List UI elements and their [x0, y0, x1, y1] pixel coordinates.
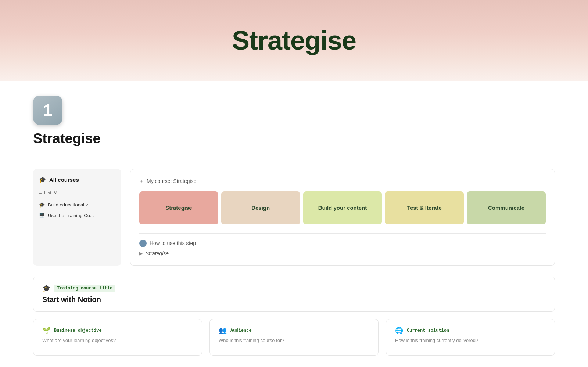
- tab-test[interactable]: Test & Iterate: [385, 191, 464, 224]
- divider: [33, 158, 555, 158]
- section-header: 1 Strategise: [33, 96, 555, 147]
- tab-design-label: Design: [251, 204, 270, 212]
- solution-icon: 🌐: [395, 327, 403, 335]
- tab-communicate-label: Communicate: [488, 204, 524, 212]
- list-label: List: [44, 190, 51, 195]
- bottom-card-business: 🌱 Business objective What are your learn…: [33, 319, 202, 356]
- number-icon: 1: [33, 96, 62, 125]
- main-panel: ⊞ My course: Strategise Strategise Desig…: [130, 169, 555, 266]
- bottom-card-solution-header: 🌐 Current solution: [395, 327, 546, 335]
- breadcrumb: ⊞ My course: Strategise: [139, 178, 546, 184]
- sidebar-header: 🎓 All courses: [39, 176, 115, 183]
- solution-text: How is this training currently delivered…: [395, 338, 546, 343]
- sidebar-item-label-2: Use the Training Co...: [48, 213, 94, 218]
- info-header: i How to use this step: [139, 240, 546, 247]
- course-card-icon: 🎓: [42, 284, 50, 292]
- chevron-down-icon: ∨: [54, 190, 57, 195]
- course-card-header: 🎓 Training course title: [42, 284, 546, 292]
- graduation-icon: 🎓: [39, 176, 46, 183]
- info-header-text: How to use this step: [150, 240, 196, 246]
- sidebar-item-icon-2: 🖥️: [39, 213, 45, 218]
- bottom-card-audience: 👥 Audience Who is this training course f…: [209, 319, 379, 356]
- course-label: Training course title: [54, 285, 115, 292]
- page-content: 1 Strategise 🎓 All courses ≡ List ∨ 🎓 Bu…: [0, 81, 588, 367]
- audience-icon: 👥: [219, 327, 227, 335]
- section-title: Strategise: [33, 131, 555, 147]
- bottom-cards: 🌱 Business objective What are your learn…: [33, 319, 555, 356]
- business-icon: 🌱: [42, 327, 50, 335]
- bottom-card-business-header: 🌱 Business objective: [42, 327, 193, 335]
- audience-text: Who is this training course for?: [219, 338, 369, 343]
- info-toggle-label: Strategise: [146, 251, 169, 256]
- business-text: What are your learning objectives?: [42, 338, 193, 343]
- sidebar-item-label-1: Build educational v...: [48, 202, 92, 208]
- tab-strategise[interactable]: Strategise: [139, 191, 218, 224]
- sidebar-item-1[interactable]: 🎓 Build educational v...: [39, 201, 115, 209]
- info-icon: i: [139, 240, 147, 247]
- sidebar-title: All courses: [49, 177, 79, 183]
- sidebar-item-icon-1: 🎓: [39, 202, 45, 208]
- business-label: Business objective: [54, 328, 102, 333]
- course-title: Start with Notion: [42, 295, 546, 304]
- main-layout: 🎓 All courses ≡ List ∨ 🎓 Build education…: [33, 169, 555, 266]
- chevron-right-icon: ▶: [139, 251, 143, 256]
- tab-cards: Strategise Design Build your content Tes…: [139, 191, 546, 224]
- tab-build[interactable]: Build your content: [303, 191, 382, 224]
- info-section: i How to use this step ▶ Strategise: [139, 233, 546, 256]
- breadcrumb-text: My course: Strategise: [147, 178, 196, 184]
- solution-label: Current solution: [407, 328, 449, 333]
- bottom-card-solution: 🌐 Current solution How is this training …: [386, 319, 555, 356]
- list-icon: ≡: [39, 190, 42, 195]
- tab-design[interactable]: Design: [221, 191, 300, 224]
- tab-build-label: Build your content: [318, 204, 367, 212]
- hero-title: Strategise: [232, 25, 356, 55]
- info-toggle[interactable]: ▶ Strategise: [139, 251, 546, 256]
- course-card: 🎓 Training course title Start with Notio…: [33, 277, 555, 312]
- tab-strategise-label: Strategise: [165, 204, 192, 212]
- audience-label: Audience: [230, 328, 252, 333]
- hero-section: Strategise: [0, 0, 588, 81]
- bottom-card-audience-header: 👥 Audience: [219, 327, 369, 335]
- tab-communicate[interactable]: Communicate: [467, 191, 546, 224]
- sidebar-list-toggle[interactable]: ≡ List ∨: [39, 190, 115, 195]
- grid-icon: ⊞: [139, 178, 144, 184]
- sidebar-item-2[interactable]: 🖥️ Use the Training Co...: [39, 211, 115, 220]
- sidebar: 🎓 All courses ≡ List ∨ 🎓 Build education…: [33, 169, 121, 266]
- tab-test-label: Test & Iterate: [407, 204, 442, 212]
